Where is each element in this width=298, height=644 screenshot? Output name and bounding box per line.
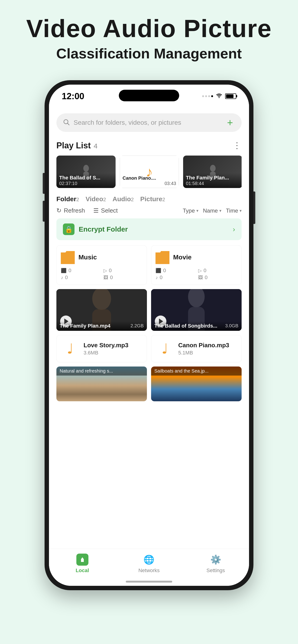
chevron-down-icon: ▾ [219,208,221,213]
folder-stat: ⬛ 0 [155,268,194,274]
bottom-nav: Local 🌐 Networks ⚙️ Settings [49,549,249,586]
tab-folder[interactable]: Folder2 [56,196,79,203]
folder-music[interactable]: Music ⬛ 0 ▷ 0 ♪ 0 [56,245,147,285]
page-header: Video Audio Picture Classification Manag… [26,14,272,62]
sort-time-button[interactable]: Time ▾ [226,208,242,214]
folder-icon [155,250,169,265]
search-icon [63,119,70,126]
nav-item-settings[interactable]: ⚙️ Settings [192,554,239,574]
tab-picture[interactable]: Picture2 [140,196,165,203]
playlist-section-header: Play List 4 ⋮ [56,141,242,150]
picture-1-title: Sailboats and the Sea.jp... [154,368,238,374]
status-time: 12:00 [62,91,84,101]
select-icon: ☰ [93,207,99,214]
sort-name-button[interactable]: Name ▾ [203,208,221,214]
folder-icon [61,250,75,265]
folder-stat: 🖼 0 [104,274,143,280]
video-item-0[interactable]: The Family Plan.mp4 2.2GB [56,289,147,331]
playlist-item-1-duration: 03:43 [123,181,176,186]
playlist-title: Play List [56,141,91,150]
power-button [253,192,255,224]
svg-rect-16 [82,560,83,562]
plus-icon: + [227,118,233,128]
refresh-icon: ↻ [56,207,62,214]
chevron-right-icon: › [233,225,235,233]
filter-tabs: Folder2 Video2 Audio2 Picture2 [56,196,242,203]
folder-music-name: Music [79,254,97,261]
nav-label-networks: Networks [138,568,160,574]
more-menu-icon[interactable]: ⋮ [233,141,242,150]
video-1-size: 3.0GB [225,323,238,328]
nav-item-local[interactable]: Local [59,554,106,574]
audio-1-size: 5.1MB [178,350,237,356]
playlist-item-0-duration: 02:37:10 [59,181,113,186]
tab-audio[interactable]: Audio2 [113,196,134,203]
picture-item-1[interactable]: Sailboats and the Sea.jp... [151,366,242,401]
svg-point-3 [83,165,89,172]
playlist-item-0[interactable]: The Ballad of S... 02:37:10 [56,156,116,188]
volume-up-button [43,173,45,194]
playlist-item-2-duration: 01:58:44 [186,181,239,186]
folder-stat: ♪ 0 [61,274,100,280]
globe-icon: 🌐 [143,554,154,565]
folder-stat: ▷ 0 [198,268,237,274]
volume-down-button [43,201,45,222]
svg-point-0 [219,97,219,98]
audio-item-1[interactable]: ♩ Canon Piano.mp3 5.1MB [151,335,242,362]
audio-item-0[interactable]: ♩ Love Story.mp3 3.6MB [56,335,147,362]
playlist-count: 4 [94,142,98,150]
audio-note-icon: ♩ [61,340,79,358]
settings-icon: ⚙️ [210,554,221,565]
tab-video[interactable]: Video2 [86,196,106,203]
audio-1-name: Canon Piano.mp3 [178,342,237,349]
playlist-item-2-title: The Family Plan... [186,175,239,181]
audio-note-icon: ♩ [155,340,174,358]
chevron-down-icon: ▾ [239,208,242,213]
search-placeholder: Search for folders, videos, or pictures [74,119,221,126]
nav-label-settings: Settings [207,568,225,574]
playlist-item-2[interactable]: The Family Plan... 01:58:44 [183,156,242,188]
dynamic-island [119,90,179,101]
battery-icon [225,94,236,99]
page-title-line1: Video Audio Picture [26,14,272,43]
sort-type-button[interactable]: Type ▾ [183,208,198,214]
svg-rect-7 [61,252,75,264]
home-indicator [126,581,172,582]
search-bar[interactable]: Search for folders, videos, or pictures … [56,113,242,132]
action-row: ↻ Refresh ☰ Select Type ▾ Name ▾ [56,207,242,214]
audio-0-name: Love Story.mp3 [84,342,143,349]
page-title-line2: Classification Management [26,45,272,62]
wifi-icon [216,92,222,100]
file-grid: Music ⬛ 0 ▷ 0 ♪ 0 [56,245,242,401]
select-button[interactable]: ☰ Select [93,207,118,214]
signal-icon [202,95,213,97]
picture-0-title: Natural and refreshing s... [60,368,144,374]
folder-stat: ▷ 0 [104,268,143,274]
playlist-item-0-title: The Ballad of S... [59,175,113,181]
playlist-item-1[interactable]: ♪ Canon Piano.... 03:43 [120,156,179,188]
svg-rect-8 [155,252,169,264]
chevron-down-icon: ▾ [196,208,198,213]
status-bar: 12:00 [49,84,249,108]
video-0-size: 2.2GB [130,323,144,328]
audio-0-size: 3.6MB [84,350,143,356]
picture-item-0[interactable]: Natural and refreshing s... [56,366,147,401]
svg-point-5 [210,165,216,172]
nav-item-networks[interactable]: 🌐 Networks [126,554,172,574]
refresh-button[interactable]: ↻ Refresh [56,207,85,214]
folder-movie-name: Movie [173,254,191,261]
folder-stat: ⬛ 0 [61,268,100,274]
playlist-item-1-title: Canon Piano.... [123,176,176,181]
nav-label-local: Local [76,568,89,574]
lock-icon: 🔒 [63,224,75,235]
folder-stat: 🖼 0 [198,274,237,280]
encrypt-folder-label: Encrypt Folder [79,225,128,233]
video-item-1[interactable]: The Ballad of Songbirds... 3.0GB [151,289,242,331]
encrypt-folder-banner[interactable]: 🔒 Encrypt Folder › [56,218,242,240]
phone-shell: 12:00 [45,80,253,590]
add-button[interactable]: + [225,118,235,128]
folder-movie[interactable]: Movie ⬛ 0 ▷ 0 ♪ 0 [151,245,242,285]
folder-stat: ♪ 0 [155,274,194,280]
playlist-row: The Ballad of S... 02:37:10 ♪ Canon Pian… [56,156,242,188]
svg-line-2 [68,123,69,125]
